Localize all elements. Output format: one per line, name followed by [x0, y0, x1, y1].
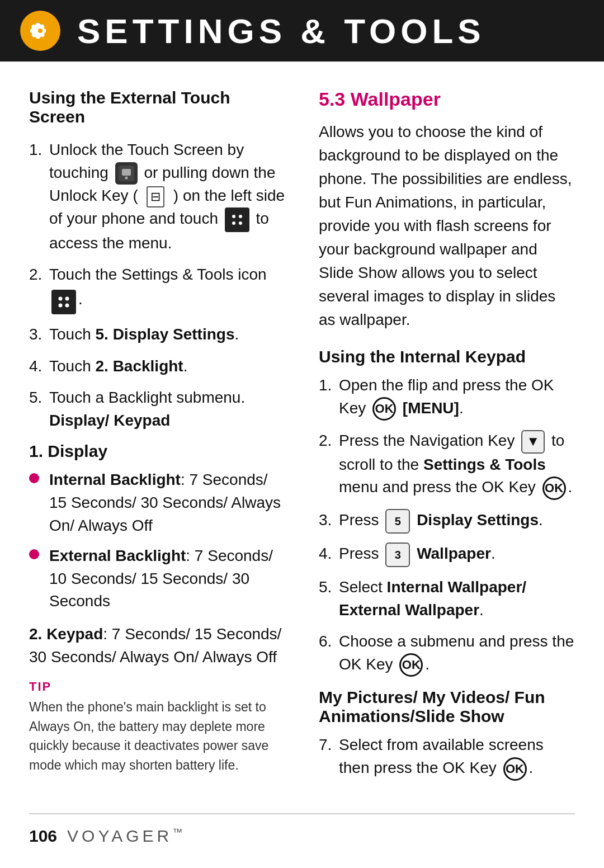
- svg-point-3: [125, 177, 128, 180]
- step-4: 4. Touch 2. Backlight.: [29, 355, 285, 378]
- pictures-heading: My Pictures/ My Videos/ Fun Animations/S…: [319, 688, 575, 726]
- tip-text: When the phone's main backlight is set t…: [29, 697, 285, 775]
- unlock-key-icon: ⊟: [147, 186, 164, 207]
- page-footer: 106 VOYAGER™: [0, 814, 604, 858]
- ik-step-5: 5. Select Internal Wallpaper/ External W…: [319, 576, 575, 621]
- ik-step-1-num: 1.: [319, 374, 339, 421]
- svg-point-5: [232, 215, 235, 218]
- ik-step-5-num: 5.: [319, 576, 339, 621]
- ik-step-3-num: 3.: [319, 509, 339, 534]
- step-3: 3. Touch 5. Display Settings.: [29, 323, 285, 346]
- external-backlight-text: External Backlight: 7 Seconds/ 10 Second…: [49, 545, 285, 613]
- svg-point-11: [65, 296, 69, 300]
- svg-point-0: [20, 11, 60, 51]
- step-3-num: 3.: [29, 323, 49, 346]
- ik-step-2-text: Press the Navigation Key ▼ to scroll to …: [339, 430, 575, 500]
- keypad-line: 2. Keypad: 7 Seconds/ 15 Seconds/ 30 Sec…: [29, 623, 285, 668]
- step-5-text: Touch a Backlight submenu. Display/ Keyp…: [49, 386, 285, 432]
- right-column: 5.3 Wallpaper Allows you to choose the k…: [319, 88, 575, 791]
- svg-point-12: [59, 303, 63, 307]
- page-number: 106: [29, 827, 57, 846]
- brand-name: VOYAGER™: [67, 827, 186, 846]
- internal-backlight-item: Internal Backlight: 7 Seconds/ 15 Second…: [29, 469, 285, 537]
- ik-step-7-text: Select from available screens then press…: [339, 734, 575, 780]
- ik-step-3-text: Press 5 Display Settings.: [339, 509, 575, 534]
- ik-step-4-num: 4.: [319, 542, 339, 567]
- step-4-text: Touch 2. Backlight.: [49, 355, 285, 378]
- step-5: 5. Touch a Backlight submenu. Display/ K…: [29, 386, 285, 432]
- num-3-key-icon: 3: [385, 542, 410, 567]
- wallpaper-intro: Allows you to choose the kind of backgro…: [319, 120, 575, 332]
- internal-backlight-text: Internal Backlight: 7 Seconds/ 15 Second…: [49, 469, 285, 537]
- num-5-key-icon: 5: [385, 509, 410, 534]
- internal-keypad-steps: 1. Open the flip and press the OK Key OK…: [319, 374, 575, 677]
- internal-keypad-heading: Using the Internal Keypad: [319, 347, 575, 366]
- svg-point-13: [65, 303, 69, 307]
- svg-point-6: [239, 215, 242, 218]
- ik-step-1: 1. Open the flip and press the OK Key OK…: [319, 374, 575, 421]
- main-content: Using the External Touch Screen 1. Unloc…: [0, 62, 604, 813]
- ik-step-4: 4. Press 3 Wallpaper.: [319, 542, 575, 567]
- menu-grid-icon: [225, 207, 249, 232]
- ik-step-1-text: Open the flip and press the OK Key OK [M…: [339, 374, 575, 421]
- ik-step-6: 6. Choose a submenu and press the OK Key…: [319, 630, 575, 677]
- svg-point-7: [232, 221, 235, 225]
- ik-step-2: 2. Press the Navigation Key ▼ to scroll …: [319, 430, 575, 500]
- header-title: SETTINGS & TOOLS: [77, 11, 485, 51]
- touch-screen-icon: [115, 162, 138, 185]
- step-1: 1. Unlock the Touch Screen by touching o…: [29, 139, 285, 254]
- display-subheading: 1. Display: [29, 442, 285, 461]
- step-1-num: 1.: [29, 139, 49, 254]
- step-2: 2. Touch the Settings & Tools icon .: [29, 263, 285, 314]
- page-header: SETTINGS & TOOLS: [0, 0, 604, 62]
- svg-point-8: [239, 221, 242, 225]
- tip-label: TIP: [29, 680, 285, 694]
- ik-step-6-num: 6.: [319, 630, 339, 677]
- ik-step-7: 7. Select from available screens then pr…: [319, 734, 575, 780]
- wallpaper-heading: 5.3 Wallpaper: [319, 88, 575, 110]
- gear-icon: [20, 11, 60, 51]
- ik-step-2-num: 2.: [319, 430, 339, 500]
- backlight-bullets: Internal Backlight: 7 Seconds/ 15 Second…: [29, 469, 285, 613]
- settings-tools-icon: [51, 290, 76, 314]
- ik-step-6-text: Choose a submenu and press the OK Key OK…: [339, 630, 575, 677]
- external-touch-screen-heading: Using the External Touch Screen: [29, 88, 285, 126]
- tip-box: TIP When the phone's main backlight is s…: [29, 680, 285, 775]
- nav-key-icon: ▼: [521, 430, 545, 454]
- step-2-text: Touch the Settings & Tools icon .: [49, 263, 285, 314]
- bullet-dot-1: [29, 473, 39, 483]
- ok-key-icon-1: OK: [372, 397, 396, 421]
- external-steps-list: 1. Unlock the Touch Screen by touching o…: [29, 139, 285, 432]
- ik-step-5-text: Select Internal Wallpaper/ External Wall…: [339, 576, 575, 621]
- bullet-dot-2: [29, 549, 39, 559]
- ik-step-3: 3. Press 5 Display Settings.: [319, 509, 575, 534]
- pictures-steps: 7. Select from available screens then pr…: [319, 734, 575, 780]
- svg-rect-2: [122, 169, 131, 176]
- step-1-text: Unlock the Touch Screen by touching or p…: [49, 139, 285, 254]
- step-4-num: 4.: [29, 355, 49, 378]
- left-column: Using the External Touch Screen 1. Unloc…: [29, 88, 285, 791]
- step-5-num: 5.: [29, 386, 49, 432]
- svg-rect-4: [229, 212, 245, 228]
- external-backlight-item: External Backlight: 7 Seconds/ 10 Second…: [29, 545, 285, 613]
- svg-rect-9: [55, 293, 73, 311]
- ik-step-7-num: 7.: [319, 734, 339, 780]
- ok-key-icon-3: OK: [399, 653, 423, 677]
- svg-point-10: [59, 296, 63, 300]
- step-2-num: 2.: [29, 263, 49, 314]
- ok-key-icon-4: OK: [503, 757, 527, 781]
- ik-step-4-text: Press 3 Wallpaper.: [339, 542, 575, 567]
- step-3-text: Touch 5. Display Settings.: [49, 323, 285, 346]
- ok-key-icon-2: OK: [542, 477, 566, 500]
